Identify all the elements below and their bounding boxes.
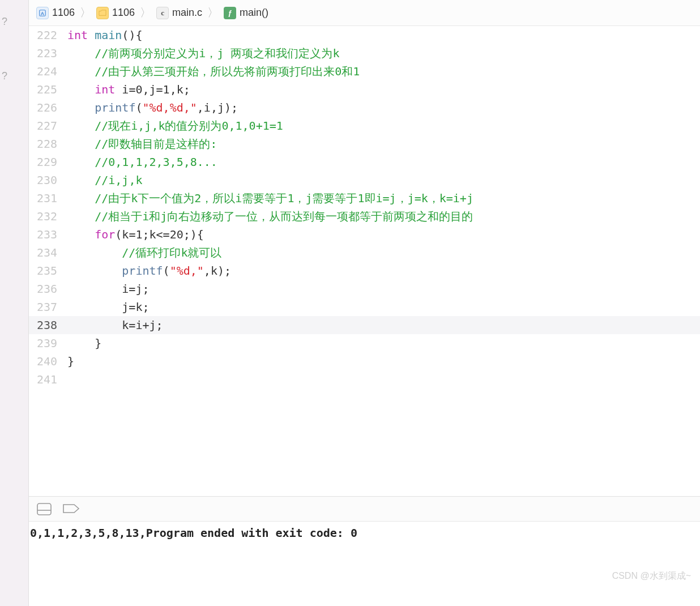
line-number: 239 [29, 334, 67, 352]
line-content [67, 370, 700, 389]
hint-marker-icon: ? [2, 16, 10, 27]
code-line[interactable]: 233 for(k=1;k<=20;){ [29, 225, 700, 244]
line-number: 225 [29, 80, 67, 99]
line-number: 238 [29, 316, 67, 334]
line-number: 223 [29, 44, 67, 62]
console-toolbar [29, 496, 700, 521]
code-line[interactable]: 232 //相当于i和j向右边移动了一位，从而达到每一项都等于前两项之和的目的 [29, 207, 700, 225]
chevron-right-icon: 〉 [204, 5, 222, 20]
line-number: 230 [29, 171, 67, 189]
breadcrumb-file[interactable]: c main.c [155, 7, 204, 19]
side-gutter: ? ? [0, 0, 28, 606]
line-content: } [67, 334, 700, 352]
project-icon: A [36, 7, 49, 19]
code-line[interactable]: 240} [29, 352, 700, 370]
code-line[interactable]: 239 } [29, 334, 700, 352]
line-content: } [67, 352, 700, 370]
chevron-right-icon: 〉 [76, 5, 95, 20]
line-number: 226 [29, 99, 67, 117]
line-number: 231 [29, 189, 67, 207]
line-number: 233 [29, 225, 67, 244]
line-content: printf("%d,%d,",i,j); [67, 99, 700, 117]
line-number: 236 [29, 280, 67, 298]
line-content: //由于从第三项开始，所以先将前两项打印出来0和1 [67, 62, 700, 80]
code-line[interactable]: 237 j=k; [29, 298, 700, 316]
line-content: int main(){ [67, 26, 700, 44]
line-number: 240 [29, 352, 67, 370]
line-content: i=j; [67, 280, 700, 298]
folder-icon [96, 7, 109, 19]
code-line[interactable]: 223 //前两项分别定义为i，j 两项之和我们定义为k [29, 44, 700, 62]
code-line[interactable]: 222int main(){ [29, 26, 700, 44]
line-number: 235 [29, 262, 67, 280]
code-line[interactable]: 230 //i,j,k [29, 171, 700, 189]
watermark: CSDN @水到渠成~ [612, 570, 691, 582]
code-line[interactable]: 227 //现在i,j,k的值分别为0,1,0+1=1 [29, 117, 700, 135]
breadcrumb-folder[interactable]: 1106 [95, 7, 136, 19]
line-number: 222 [29, 26, 67, 44]
code-line[interactable]: 224 //由于从第三项开始，所以先将前两项打印出来0和1 [29, 62, 700, 80]
line-content: //0,1,1,2,3,5,8... [67, 153, 700, 171]
line-number: 232 [29, 207, 67, 225]
line-content: printf("%d,",k); [67, 262, 700, 280]
code-line[interactable]: 238 k=i+j; [29, 316, 700, 334]
tag-icon[interactable] [63, 503, 78, 515]
line-content: int i=0,j=1,k; [67, 80, 700, 99]
line-content: j=k; [67, 298, 700, 316]
line-number: 229 [29, 153, 67, 171]
code-editor[interactable]: 222int main(){223 //前两项分别定义为i，j 两项之和我们定义… [29, 26, 700, 496]
function-icon: ƒ [224, 7, 236, 19]
line-content: //即数轴目前是这样的: [67, 135, 700, 153]
hint-marker-icon: ? [2, 70, 10, 82]
code-line[interactable]: 241 [29, 370, 700, 389]
line-content: //循环打印k就可以 [67, 244, 700, 262]
line-content: //i,j,k [67, 171, 700, 189]
line-number: 228 [29, 135, 67, 153]
line-number: 234 [29, 244, 67, 262]
code-line[interactable]: 235 printf("%d,",k); [29, 262, 700, 280]
line-content: //现在i,j,k的值分别为0,1,0+1=1 [67, 117, 700, 135]
line-content: for(k=1;k<=20;){ [67, 225, 700, 244]
line-number: 227 [29, 117, 67, 135]
line-content: k=i+j; [67, 316, 700, 334]
breadcrumb-label: main.c [172, 7, 202, 19]
breadcrumb: A 1106 〉 1106 〉 c main.c 〉 ƒ main() [29, 0, 700, 26]
code-line[interactable]: 234 //循环打印k就可以 [29, 244, 700, 262]
code-line[interactable]: 228 //即数轴目前是这样的: [29, 135, 700, 153]
svg-text:A: A [41, 10, 45, 16]
panel-icon[interactable] [37, 503, 52, 515]
line-number: 224 [29, 62, 67, 80]
code-line[interactable]: 236 i=j; [29, 280, 700, 298]
editor-panel: A 1106 〉 1106 〉 c main.c 〉 ƒ main() 222i… [28, 0, 700, 606]
line-content: //相当于i和j向右边移动了一位，从而达到每一项都等于前两项之和的目的 [67, 207, 700, 225]
breadcrumb-label: 1106 [112, 7, 135, 19]
breadcrumb-label: 1106 [52, 7, 75, 19]
c-file-icon: c [156, 7, 169, 19]
code-line[interactable]: 229 //0,1,1,2,3,5,8... [29, 153, 700, 171]
breadcrumb-project[interactable]: A 1106 [35, 7, 76, 19]
line-content: //由于k下一个值为2，所以i需要等于1，j需要等于1即i=j，j=k，k=i+… [67, 189, 700, 207]
code-line[interactable]: 226 printf("%d,%d,",i,j); [29, 99, 700, 117]
breadcrumb-function[interactable]: ƒ main() [222, 7, 270, 19]
line-content: //前两项分别定义为i，j 两项之和我们定义为k [67, 44, 700, 62]
code-line[interactable]: 231 //由于k下一个值为2，所以i需要等于1，j需要等于1即i=j，j=k，… [29, 189, 700, 207]
breadcrumb-label: main() [240, 7, 268, 19]
console-output: 0,1,1,2,3,5,8,13,Program ended with exit… [29, 521, 700, 544]
line-number: 241 [29, 370, 67, 389]
chevron-right-icon: 〉 [136, 5, 155, 20]
svg-rect-2 [37, 503, 51, 515]
code-line[interactable]: 225 int i=0,j=1,k; [29, 80, 700, 99]
line-number: 237 [29, 298, 67, 316]
